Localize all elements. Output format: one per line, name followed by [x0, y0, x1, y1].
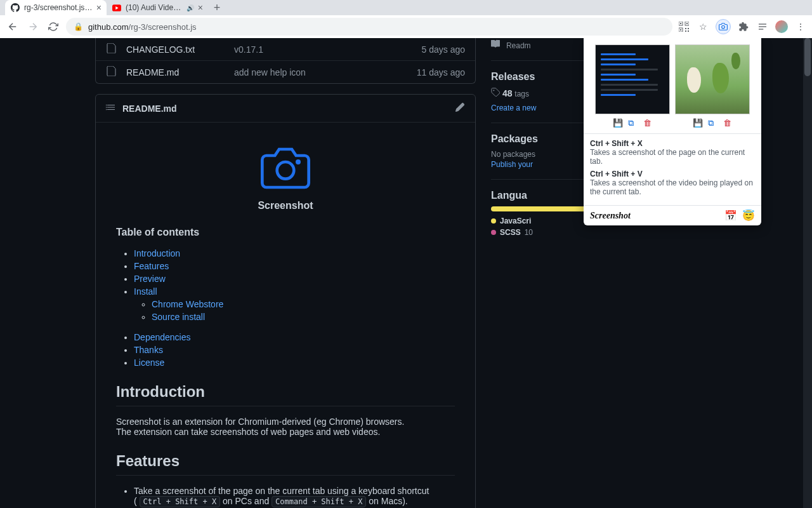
toc-install[interactable]: Install — [134, 286, 157, 297]
svg-point-17 — [106, 109, 107, 110]
shortcut-key: Ctrl + Shift + X — [590, 139, 755, 148]
tag-icon — [491, 88, 502, 98]
hint-row: Ctrl + Shift + V Takes a screenshot of t… — [590, 170, 755, 196]
commit-message: add new help icon — [234, 67, 417, 77]
svg-rect-5 — [686, 23, 688, 24]
tags-label: tags — [514, 90, 529, 98]
save-icon[interactable]: 💾 — [693, 118, 702, 127]
tab-strip: rg-3/screenshot.js: Screens × (10) Audi … — [0, 0, 812, 15]
file-name: README.md — [126, 67, 234, 77]
tab-github[interactable]: rg-3/screenshot.js: Screens × — [5, 0, 107, 15]
file-icon — [106, 43, 116, 55]
extensions-icon[interactable] — [737, 20, 750, 33]
save-icon[interactable]: 💾 — [613, 118, 622, 127]
toc-dependencies[interactable]: Dependencies — [134, 332, 191, 342]
youtube-favicon — [112, 3, 122, 13]
delete-icon[interactable]: 🗑 — [643, 118, 652, 127]
smiley-icon[interactable]: 😇 — [742, 210, 755, 222]
create-release-link[interactable]: Create a new — [491, 104, 536, 112]
toc-preview[interactable]: Preview — [134, 274, 166, 284]
github-favicon — [10, 3, 20, 13]
svg-point-20 — [494, 90, 495, 91]
toc-install-chrome[interactable]: Chrome Webstore — [152, 299, 223, 309]
menu-icon[interactable]: ⋮ — [794, 20, 807, 33]
address-bar: 🔒 github.com/rg-3/screenshot.js ☆ ⋮ — [0, 15, 812, 38]
extension-logo: Screenshot — [590, 211, 631, 221]
toc-thanks[interactable]: Thanks — [134, 345, 163, 355]
close-icon[interactable]: × — [96, 3, 102, 13]
forward-button[interactable] — [25, 19, 41, 34]
features-list: Take a screenshot of the page on the cur… — [116, 486, 455, 508]
tab-title: (10) Audi Video Respon — [126, 3, 183, 12]
qr-icon[interactable] — [678, 20, 690, 33]
new-tab-button[interactable]: + — [208, 0, 226, 15]
copy-icon[interactable]: ⧉ — [628, 118, 637, 127]
extension-footer: Screenshot 📅 😇 — [584, 205, 761, 225]
intro-paragraph: Screenshot is an extension for Chromium-… — [116, 417, 455, 437]
commit-age: 5 days ago — [422, 44, 466, 55]
tab-title: rg-3/screenshot.js: Screens — [24, 3, 93, 12]
file-name: CHANGELOG.txt — [126, 44, 234, 55]
url-input[interactable]: 🔒 github.com/rg-3/screenshot.js — [66, 18, 672, 36]
screenshot-thumb[interactable]: 💾 ⧉ 🗑 — [675, 44, 750, 127]
thumb-preview-photo — [675, 44, 750, 114]
star-icon[interactable]: ☆ — [697, 20, 709, 33]
extension-hints: Ctrl + Shift + X Takes a screenshot of t… — [584, 133, 761, 205]
browser-chrome: rg-3/screenshot.js: Screens × (10) Audi … — [0, 0, 812, 38]
reading-list-icon[interactable] — [756, 20, 769, 33]
url-path: /rg-3/screenshot.js — [129, 22, 197, 32]
readme-header: README.md — [96, 95, 475, 123]
readme-link[interactable]: Readm — [506, 41, 531, 50]
svg-point-11 — [722, 25, 725, 29]
svg-rect-10 — [688, 30, 689, 32]
tab-youtube[interactable]: (10) Audi Video Respon 🔊 × — [107, 0, 208, 15]
url-domain: github.com — [88, 22, 129, 32]
readme-title: Screenshot — [116, 200, 455, 211]
profile-avatar[interactable] — [775, 20, 788, 33]
scrollbar[interactable] — [803, 38, 812, 508]
page-content: CHANGELOG.txt v0.17.1 5 days ago README.… — [0, 38, 812, 508]
toc-introduction[interactable]: Introduction — [134, 248, 180, 258]
toc-license[interactable]: License — [134, 358, 164, 368]
svg-rect-9 — [685, 30, 686, 32]
extension-popup: 💾 ⧉ 🗑 💾 ⧉ 🗑 Ctrl + Shi — [584, 38, 761, 225]
list-icon[interactable] — [106, 102, 116, 114]
h-introduction: Introduction — [116, 383, 455, 406]
reload-button[interactable] — [46, 19, 61, 34]
svg-point-18 — [277, 162, 294, 179]
screenshot-extension-icon[interactable] — [716, 19, 731, 34]
lang-item-scss[interactable]: SCSS 10 — [491, 228, 653, 237]
camera-icon — [258, 143, 313, 194]
toc-features[interactable]: Features — [134, 261, 169, 271]
back-button[interactable] — [5, 19, 20, 34]
tags-count: 48 — [502, 88, 513, 98]
file-row[interactable]: README.md add new help icon 11 days ago — [96, 60, 475, 83]
toc-list: Introduction Features Preview Install Ch… — [116, 248, 455, 368]
h-features: Features — [116, 452, 455, 476]
delete-icon[interactable]: 🗑 — [723, 118, 732, 127]
pencil-icon[interactable] — [455, 102, 465, 114]
commit-age: 11 days ago — [417, 67, 465, 77]
readme-body: Screenshot Table of contents Introductio… — [96, 123, 475, 508]
lang-dot — [491, 230, 496, 235]
audio-icon[interactable]: 🔊 — [187, 4, 194, 11]
copy-icon[interactable]: ⧉ — [708, 118, 717, 127]
screenshot-thumbnails: 💾 ⧉ 🗑 💾 ⧉ 🗑 — [584, 38, 761, 133]
svg-rect-6 — [680, 29, 681, 30]
shortcut-desc: Takes a screenshot of the video being pl… — [590, 178, 755, 196]
file-row[interactable]: CHANGELOG.txt v0.17.1 5 days ago — [96, 38, 475, 60]
publish-package-link[interactable]: Publish your — [491, 160, 533, 169]
svg-point-19 — [297, 161, 299, 163]
svg-rect-4 — [680, 23, 681, 24]
toc-heading: Table of contents — [116, 227, 455, 238]
toolbar-right: ☆ ⋮ — [678, 19, 807, 34]
scrollbar-thumb[interactable] — [804, 38, 811, 76]
screenshot-thumb[interactable]: 💾 ⧉ 🗑 — [595, 44, 670, 127]
feature-item: Take a screenshot of the page on the cur… — [134, 486, 455, 506]
calendar-icon[interactable]: 📅 — [724, 210, 737, 222]
hint-row: Ctrl + Shift + X Takes a screenshot of t… — [590, 139, 755, 166]
svg-point-15 — [106, 105, 107, 106]
toc-install-source[interactable]: Source install — [152, 312, 205, 322]
lock-icon: 🔒 — [74, 22, 83, 31]
close-icon[interactable]: × — [198, 3, 203, 13]
